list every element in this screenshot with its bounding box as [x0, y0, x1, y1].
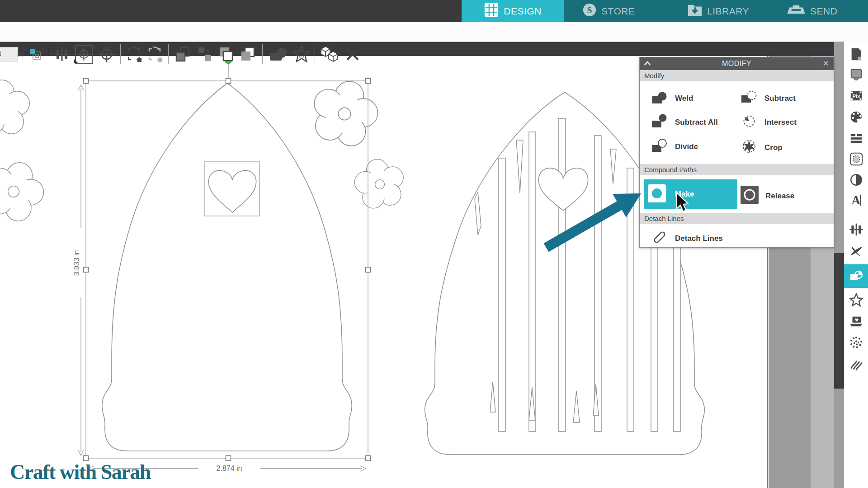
detach-lines-section-header: Detach Lines [640, 213, 834, 224]
subtract-option[interactable]: Subtract [740, 89, 796, 108]
weld-toolbar-button[interactable] [267, 45, 290, 63]
flower-shape[interactable] [351, 155, 408, 211]
tab-design[interactable]: DESIGN [462, 0, 564, 22]
modify-panel-icon[interactable] [844, 264, 868, 288]
library-folder-icon [687, 3, 703, 19]
craft-with-sarah-watermark: Craft with Sarah [10, 460, 151, 484]
arch-shape-left[interactable] [102, 83, 352, 451]
unit-settings-button[interactable] [26, 45, 44, 63]
crop-option[interactable]: Crop [740, 137, 783, 158]
quick-access-toolbar: 3 in [0, 22, 868, 42]
flower-shape[interactable] [306, 74, 384, 151]
rotate-transform-alt-button[interactable] [145, 45, 165, 63]
release-icon [740, 186, 759, 206]
weld-option[interactable]: Weld [651, 89, 693, 108]
close-panel-icon[interactable]: ✕ [823, 59, 829, 68]
3d-objects-button[interactable] [318, 45, 342, 63]
send-machine-icon [787, 4, 806, 19]
delete-x-button[interactable] [343, 45, 363, 63]
right-tool-sidebar: Pix A [844, 42, 868, 488]
text-style-label: A [851, 194, 860, 207]
intersect-icon [740, 113, 758, 131]
pixscan-icon[interactable]: Pix [844, 87, 868, 105]
store-icon: S [582, 3, 597, 19]
cutting-mat-icon[interactable] [844, 66, 868, 84]
tab-store[interactable]: S STORE [582, 0, 646, 22]
subtract-all-icon [651, 113, 669, 131]
ungroup-button[interactable] [194, 45, 214, 63]
rhinestone-icon[interactable] [844, 333, 868, 352]
flower-shape[interactable] [0, 153, 51, 226]
height-dimension-label: 3.933 in [73, 247, 81, 279]
compound-paths-section-header: Compound Paths [640, 164, 834, 175]
tab-library[interactable]: LIBRARY [687, 0, 755, 22]
offset-toolbar-button[interactable] [291, 45, 312, 63]
align-objects-button[interactable] [52, 45, 71, 63]
bring-to-front-button[interactable] [216, 45, 236, 63]
modify-panel-title: MODIFY [722, 60, 751, 68]
intersect-option[interactable]: Intersect [740, 113, 797, 131]
send-to-back-button[interactable] [238, 45, 258, 63]
divide-icon [651, 137, 669, 156]
flower-shape[interactable] [0, 80, 29, 134]
make-icon [647, 183, 667, 206]
send-to-machine-heart-icon[interactable] [844, 313, 868, 331]
heart-shape-left[interactable] [208, 170, 256, 212]
top-navigation-bar: DESIGN S STORE LIBRARY SEND [0, 0, 868, 22]
divide-option[interactable]: Divide [651, 137, 698, 156]
transform-icon[interactable] [844, 221, 868, 239]
subtract-all-option[interactable]: Subtract All [651, 113, 718, 131]
modify-panel-titlebar[interactable]: MODIFY ✕ [640, 57, 834, 70]
svg-text:S: S [587, 5, 592, 15]
color-palette-icon[interactable] [844, 108, 868, 126]
make-compound-path-button[interactable]: Make [644, 179, 737, 209]
weld-icon [651, 89, 669, 108]
eraser-knife-icon[interactable] [844, 242, 868, 260]
crop-icon [740, 137, 758, 158]
release-compound-path-button[interactable]: Release [740, 186, 794, 206]
rotate-transform-button[interactable] [124, 45, 144, 63]
size-input[interactable]: 3 [0, 47, 18, 61]
center-to-page-button[interactable] [72, 45, 95, 63]
unit-label: in [17, 47, 24, 61]
collapse-panel-icon[interactable] [643, 60, 651, 67]
pixscan-label: Pix [852, 94, 860, 99]
offset-panel-icon[interactable] [844, 291, 868, 309]
page-setup-icon[interactable] [844, 45, 868, 63]
heart-frame[interactable] [204, 162, 259, 216]
text-style-icon[interactable]: A [844, 191, 868, 209]
modify-panel: MODIFY ✕ Modify Weld Subtract Subtract A… [639, 57, 834, 248]
transparency-icon[interactable] [844, 171, 868, 189]
sketch-icon[interactable] [844, 355, 868, 373]
line-style-icon[interactable] [844, 129, 868, 147]
width-dimension-label: 2.874 in [213, 465, 245, 473]
detach-lines-icon [651, 229, 669, 248]
modify-section-header: Modify [640, 70, 834, 81]
detach-lines-option[interactable]: Detach Lines [651, 229, 723, 248]
tab-send[interactable]: SEND [787, 0, 845, 22]
app-window: 3.933 in 2.874 in Craft with Sarah DESIG… [0, 0, 868, 488]
fill-pattern-icon[interactable] [844, 150, 868, 168]
center-point-button[interactable] [97, 45, 117, 63]
design-grid-icon [484, 2, 499, 20]
subtract-icon [740, 89, 758, 108]
group-button[interactable] [173, 45, 193, 63]
